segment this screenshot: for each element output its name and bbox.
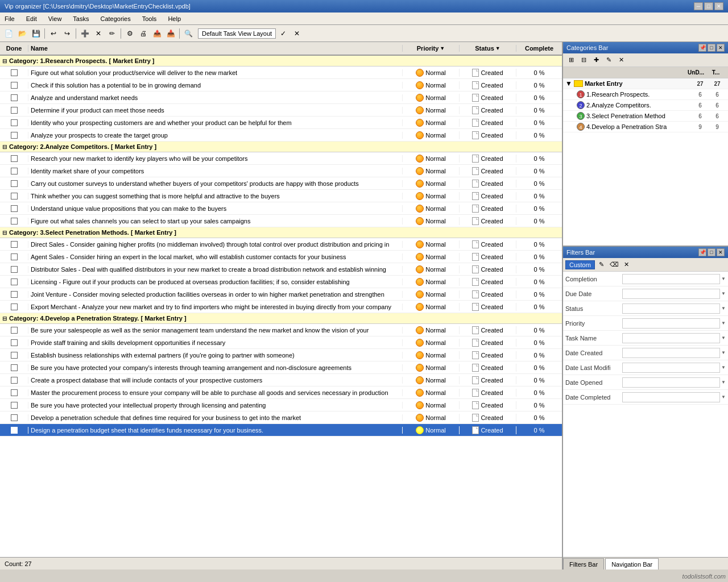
menu-view[interactable]: View [46,15,64,23]
task-row[interactable]: Research your new market to identify key… [0,152,562,165]
menu-categories[interactable]: Categories [98,15,133,23]
delete-task-button[interactable]: ✕ [92,27,105,40]
filter-dropdown-icon[interactable]: ▼ [721,291,726,296]
task-row[interactable]: Figure out what solution your product/se… [0,66,562,79]
filters-restore-button[interactable]: □ [708,248,715,256]
tab-navigation-bar[interactable]: Navigation Bar [605,558,659,569]
filter-clear-button[interactable]: ⌫ [609,260,620,270]
filter-dropdown-icon[interactable]: ▼ [721,365,726,370]
filter-value-input[interactable] [622,392,720,402]
task-checkbox[interactable] [11,414,18,421]
task-checkbox[interactable] [11,132,18,139]
task-row[interactable]: Provide staff training and skills develo… [0,336,562,349]
category-header-cat3[interactable]: ⊟Category: 3.Select Penetration Methods.… [0,227,562,238]
filter-value-input[interactable] [622,289,720,299]
close-panel-button[interactable]: ✕ [717,44,725,52]
cat-expand-button[interactable]: ⊞ [565,55,577,65]
export-button[interactable]: 📤 [151,27,163,40]
tree-item[interactable]: 33.Select Penetration Method66 [563,111,728,122]
cat-tree[interactable]: ▼Market Entry272711.Research Prospects.6… [563,78,728,246]
tree-item[interactable]: 22.Analyze Competitors.66 [563,100,728,111]
layout-apply-button[interactable]: ✓ [277,27,289,40]
task-row[interactable]: Think whether you can suggest something … [0,190,562,202]
filter-dropdown-icon[interactable]: ▼ [721,321,726,326]
task-checkbox[interactable] [11,377,18,384]
maximize-button[interactable]: □ [704,2,713,10]
task-row[interactable]: Design a penetration budget sheet that i… [0,424,562,436]
task-row[interactable]: Figure out what sales channels you can s… [0,215,562,227]
task-checkbox[interactable] [11,327,18,334]
filter-value-input[interactable] [622,274,720,284]
task-row[interactable]: Establish business relationships with ex… [0,349,562,361]
task-checkbox[interactable] [11,253,18,260]
task-row[interactable]: Identity market share of your competitor… [0,165,562,177]
filter-dropdown-icon[interactable]: ▼ [721,335,726,340]
task-checkbox[interactable] [11,107,18,114]
priority-sort-icon[interactable]: ▼ [440,45,445,51]
cat-add-button[interactable]: ✚ [590,55,602,65]
task-row[interactable]: Be sure you have protected your intellec… [0,399,562,411]
task-row[interactable]: Analyze your prospects to create the tar… [0,129,562,142]
cat-collapse-button[interactable]: ⊟ [578,55,589,65]
layout-cancel-button[interactable]: ✕ [291,27,303,40]
task-checkbox[interactable] [11,266,18,273]
filter-dropdown-icon[interactable]: ▼ [721,306,726,311]
task-checkbox[interactable] [11,180,18,187]
task-checkbox[interactable] [11,389,18,396]
task-checkbox[interactable] [11,339,18,346]
filter-button[interactable]: 🔍 [182,27,195,40]
col-name-header[interactable]: Name [28,45,403,52]
task-checkbox[interactable] [11,205,18,212]
task-checkbox[interactable] [11,168,18,174]
filter-value-input[interactable] [622,333,720,343]
task-row[interactable]: Understand unique value propositions tha… [0,202,562,215]
minimize-button[interactable]: ─ [694,2,703,10]
open-button[interactable]: 📂 [16,27,28,40]
tree-item[interactable]: ▼Market Entry2727 [563,78,728,89]
filters-pin-button[interactable]: 📌 [698,248,706,256]
task-checkbox[interactable] [11,119,18,126]
filter-value-input[interactable] [622,304,720,314]
task-row[interactable]: Identity who your prospecting customers … [0,117,562,129]
tree-item[interactable]: 11.Research Prospects.66 [563,89,728,100]
filters-close-button[interactable]: ✕ [717,248,725,256]
task-row[interactable]: Be sure your salespeople as well as the … [0,324,562,336]
task-checkbox[interactable] [11,69,18,76]
properties-button[interactable]: ⚙ [123,27,136,40]
filter-value-input[interactable] [622,377,720,388]
filter-dropdown-icon[interactable]: ▼ [721,394,726,400]
task-row[interactable]: Joint Venture - Consider moving selected… [0,288,562,301]
task-checkbox[interactable] [11,155,18,162]
task-row[interactable]: Analyze and understand market needsNorma… [0,92,562,104]
menu-help[interactable]: Help [166,15,183,23]
task-checkbox[interactable] [11,82,18,89]
task-row[interactable]: Export Merchant - Analyze your new marke… [0,301,562,313]
status-sort-icon[interactable]: ▼ [495,45,500,51]
col-status-header[interactable]: Status ▼ [460,45,516,52]
edit-task-button[interactable]: ✏ [106,27,118,40]
menu-edit[interactable]: Edit [24,15,39,23]
task-row[interactable]: Agent Sales - Consider hiring an expert … [0,251,562,263]
add-task-button[interactable]: ➕ [78,27,91,40]
menu-tasks[interactable]: Tasks [71,15,91,23]
undo-button[interactable]: ↩ [47,27,60,40]
tree-item[interactable]: 44.Develop a Penetration Stra99 [563,122,728,132]
menu-file[interactable]: File [2,15,17,23]
filter-dropdown-icon[interactable]: ▼ [721,276,726,281]
category-header-cat4[interactable]: ⊟Category: 4.Develop a Penetration Strat… [0,313,562,324]
task-row[interactable]: Carry out customer surveys to understand… [0,177,562,190]
tab-filters-bar[interactable]: Filters Bar [563,558,604,569]
filter-value-input[interactable] [622,363,720,373]
filter-dropdown-icon[interactable]: ▼ [721,380,726,385]
task-checkbox[interactable] [11,291,18,298]
task-checkbox[interactable] [11,241,18,248]
save-button[interactable]: 💾 [30,27,42,40]
new-button[interactable]: 📄 [2,27,15,40]
task-checkbox[interactable] [11,402,18,409]
filter-dropdown-icon[interactable]: ▼ [721,350,726,355]
filter-delete-button[interactable]: ✕ [621,260,632,270]
filter-value-input[interactable] [622,348,720,358]
layout-selector[interactable]: Default Task View Layout [198,28,276,39]
task-row[interactable]: Develop a penetration schedule that defi… [0,411,562,424]
filter-edit-button[interactable]: ✎ [596,260,607,270]
